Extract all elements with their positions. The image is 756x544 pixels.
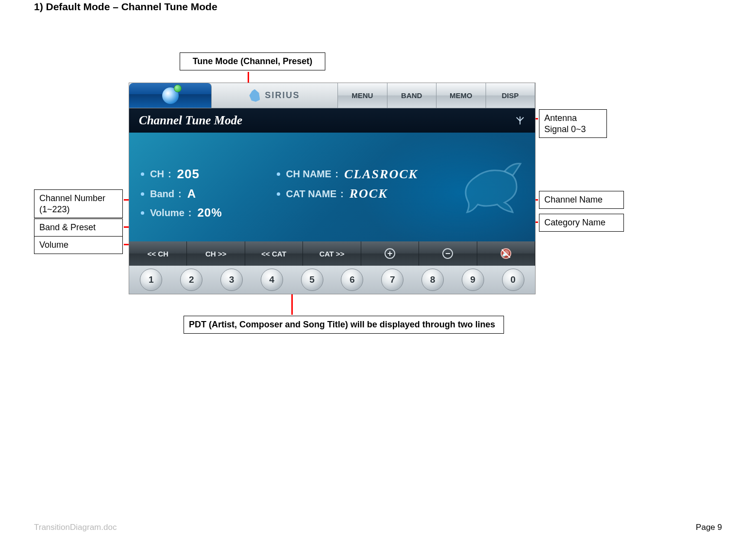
callout-volume: Volume	[34, 236, 123, 254]
mode-title: Channel Tune Mode	[139, 114, 242, 127]
doc-name: TransitionDiagram.doc	[34, 523, 117, 532]
callout-pdt: PDT (Artist, Composer and Song Title) wi…	[184, 316, 504, 334]
chname-value: CLASROCK	[344, 167, 418, 182]
sirius-tab[interactable]: SIRIUS	[212, 83, 338, 108]
catname-value: ROCK	[350, 187, 388, 201]
plus-icon: +	[385, 248, 395, 259]
ch-next-button[interactable]: CH >>	[187, 241, 245, 266]
device-screenshot: SIRIUS MENU BAND MEMO DISP Channel Tune …	[129, 83, 536, 294]
title-bar: Channel Tune Mode	[129, 108, 535, 133]
minus-icon: −	[442, 248, 453, 259]
top-bar: SIRIUS MENU BAND MEMO DISP	[129, 83, 535, 108]
home-tab[interactable]	[129, 83, 212, 108]
numpad-8[interactable]: 8	[421, 269, 444, 291]
callout-band-preset: Band & Preset	[34, 219, 123, 237]
band-button[interactable]: BAND	[387, 83, 437, 108]
callout-channel-name: Channel Name	[539, 191, 624, 209]
numpad-4[interactable]: 4	[261, 269, 283, 291]
numpad-6[interactable]: 6	[341, 269, 363, 291]
catname-label: CAT NAME	[286, 188, 336, 200]
mute-icon	[501, 248, 511, 259]
page-number: Page 9	[696, 523, 722, 532]
numpad-bar: 1 2 3 4 5 6 7 8 9 0	[129, 266, 535, 294]
page-heading: 1) Default Mode – Channel Tune Mode	[34, 1, 218, 13]
disp-button[interactable]: DISP	[486, 83, 536, 108]
mute-button[interactable]	[477, 241, 535, 266]
bullet-icon	[141, 172, 144, 176]
sirius-dog-icon	[249, 89, 260, 102]
bullet-icon	[277, 172, 280, 176]
page-footer: TransitionDiagram.doc Page 9	[34, 523, 722, 532]
ch-label: CH	[150, 169, 164, 180]
callout-antenna: Antenna Signal 0~3	[539, 109, 607, 138]
band-label: Band	[150, 188, 174, 200]
bullet-icon	[277, 192, 280, 196]
menu-button[interactable]: MENU	[338, 83, 387, 108]
volume-down-button[interactable]: −	[419, 241, 477, 266]
antenna-icon	[515, 115, 525, 126]
volume-label: Volume	[150, 207, 185, 219]
row-volume: Volume : 20%	[141, 206, 277, 220]
row-band: Band : A	[141, 187, 277, 201]
numpad-7[interactable]: 7	[381, 269, 403, 291]
memo-button[interactable]: MEMO	[437, 83, 486, 108]
numpad-2[interactable]: 2	[180, 269, 202, 291]
chname-label: CH NAME	[286, 169, 331, 180]
numpad-9[interactable]: 9	[462, 269, 484, 291]
ch-value: 205	[177, 167, 200, 182]
band-value: A	[187, 187, 196, 201]
numpad-1[interactable]: 1	[140, 269, 162, 291]
ch-prev-button[interactable]: << CH	[129, 241, 187, 266]
callout-channel-number: Channel Number (1~223)	[34, 189, 123, 218]
row-ch: CH : 205	[141, 167, 277, 182]
numpad-0[interactable]: 0	[502, 269, 524, 291]
control-bar: << CH CH >> << CAT CAT >> + −	[129, 241, 535, 266]
bullet-icon	[141, 211, 144, 215]
numpad-3[interactable]: 3	[220, 269, 243, 291]
bullet-icon	[141, 192, 144, 196]
numpad-5[interactable]: 5	[301, 269, 323, 291]
content-area: CH : 205 CH NAME : CLASROCK Band : A CAT…	[129, 133, 535, 241]
callout-tune-mode: Tune Mode (Channel, Preset)	[180, 52, 325, 70]
globe-icon	[162, 87, 179, 104]
sirius-label: SIRIUS	[265, 90, 300, 101]
cat-prev-button[interactable]: << CAT	[245, 241, 303, 266]
cat-next-button[interactable]: CAT >>	[303, 241, 361, 266]
volume-up-button[interactable]: +	[361, 241, 419, 266]
dolphin-graphic	[458, 158, 526, 221]
callout-category-name: Category Name	[539, 214, 624, 232]
volume-value: 20%	[197, 206, 222, 220]
